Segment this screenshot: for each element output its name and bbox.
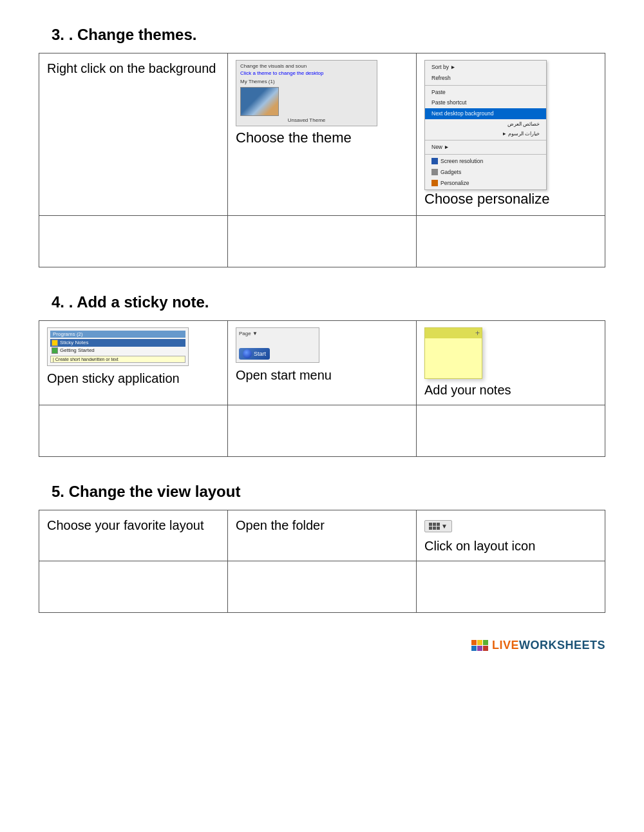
layout-icon-visual: ▼ (424, 520, 452, 532)
cm-divider-2 (425, 140, 546, 140)
cell-start-menu: Page ▼ Start Open start menu (228, 320, 417, 405)
sticky-note-content (425, 338, 482, 343)
layout-dropdown-arrow: ▼ (441, 523, 448, 530)
layout-grid (429, 523, 440, 530)
lc1 (429, 523, 432, 526)
table-row-4: Programs (2) Sticky Notes Getting Starte… (39, 320, 605, 405)
empty-cell-5-2 (228, 561, 417, 612)
cm-gadgets: Gadgets (425, 167, 546, 178)
section-3: 3. . Change themes. Right click on the b… (39, 26, 605, 267)
sticky-notes-label: Sticky Notes (60, 340, 88, 345)
sticky-note-wrapper: + (424, 327, 482, 379)
section-4: 4. . Add a sticky note. Programs (2) Sti… (39, 293, 605, 457)
context-menu-screenshot: Sort by ► Refresh Paste Paste shortcut N… (424, 60, 547, 190)
context-menu-container: Sort by ► Refresh Paste Paste shortcut N… (424, 60, 597, 209)
cm-arabic1: خصائص العرض (425, 119, 546, 129)
footer: LIVEWORKSHEETS (39, 639, 605, 652)
cm-sort: Sort by ► (425, 62, 546, 73)
section-3-title: 3. . Change themes. (52, 26, 605, 44)
cm-divider-3 (425, 154, 546, 155)
cm-screen-res: Screen resolution (425, 156, 546, 167)
choose-personalize-text: Choose personalize (424, 190, 549, 209)
sticky-notes-item: Sticky Notes (50, 339, 185, 347)
empty-row-4 (39, 405, 605, 456)
cm-personalize: Personalize (425, 178, 546, 189)
empty-cell-5-3 (417, 561, 605, 612)
getting-started-item: Getting Started (50, 347, 185, 354)
start-button: Start (239, 348, 270, 360)
open-folder-text: Open the folder (236, 517, 408, 534)
empty-cell-3-3 (417, 215, 605, 267)
logo-squares (471, 640, 488, 651)
add-notes-container: + Add your notes (424, 327, 597, 398)
empty-cell-4-1 (39, 405, 228, 456)
cell-context-menu: Sort by ► Refresh Paste Paste shortcut N… (417, 53, 605, 216)
getting-started-icon (52, 347, 58, 354)
theme-image-container: Change the visuals and soun Click a them… (236, 60, 408, 148)
programs-title: Programs (2) (50, 331, 185, 338)
empty-cell-3-2 (228, 215, 417, 267)
theme-thumb-wrapper: Unsaved Theme (240, 87, 373, 123)
open-start-text: Open start menu (236, 367, 332, 383)
ts-link: Click a theme to change the desktop (240, 70, 373, 76)
cm-divider-1 (425, 85, 546, 86)
lc5 (433, 527, 436, 530)
lc6 (437, 527, 440, 530)
sticky-plus-icon: + (475, 329, 480, 338)
favorite-layout-text: Choose your favorite layout (47, 517, 220, 534)
liveworksheets-logo: LIVEWORKSHEETS (471, 639, 605, 652)
cm-refresh: Refresh (425, 73, 546, 84)
cm-screen-res-icon (431, 158, 438, 164)
ts-title: Change the visuals and soun (240, 63, 373, 69)
lc2 (433, 523, 436, 526)
add-notes-text: Add your notes (424, 382, 511, 398)
section-3-table: Right click on the background Change the… (39, 53, 605, 267)
cell-layout-icon: ▼ Click on layout icon (417, 510, 605, 561)
logo-sq-red (483, 646, 488, 651)
sticky-notes-icon (52, 340, 58, 346)
theme-thumb (240, 87, 279, 116)
section-4-title: 4. . Add a sticky note. (52, 293, 605, 311)
empty-row-5 (39, 561, 605, 612)
cm-arabic2: خيارات الرسوم ► (425, 129, 546, 139)
cell-add-notes: + Add your notes (417, 320, 605, 405)
right-click-text: Right click on the background (47, 60, 220, 77)
table-row-5: Choose your favorite layout Open the fol… (39, 510, 605, 561)
cm-gadgets-icon (431, 169, 438, 175)
cell-open-folder: Open the folder (228, 510, 417, 561)
open-sticky-text: Open sticky application (47, 370, 180, 387)
theme-screenshot: Change the visuals and soun Click a them… (236, 60, 377, 126)
section-5: 5. Change the view layout Choose your fa… (39, 483, 605, 613)
logo-sq-yellow (477, 640, 482, 645)
cm-personalize-icon (431, 180, 438, 186)
logo-sq-blue (471, 646, 477, 651)
lc3 (437, 523, 440, 526)
footer-live: LIVE (492, 639, 519, 652)
lc4 (429, 527, 432, 530)
empty-cell-3-1 (39, 215, 228, 267)
start-label: Start (254, 351, 266, 357)
layout-icon-wrapper: ▼ (424, 517, 452, 532)
logo-sq-purple (477, 646, 482, 651)
logo-sq-green (483, 640, 488, 645)
start-menu-img: Page ▼ Start (236, 327, 319, 363)
click-layout-text: Click on layout icon (424, 537, 535, 554)
empty-cell-4-2 (228, 405, 417, 456)
section-4-table: Programs (2) Sticky Notes Getting Starte… (39, 320, 605, 457)
footer-brand: LIVEWORKSHEETS (492, 639, 605, 652)
cell-favorite-layout: Choose your favorite layout (39, 510, 228, 561)
choose-theme-text: Choose the theme (236, 129, 352, 148)
logo-sq-orange1 (471, 640, 477, 645)
empty-cell-4-3 (417, 405, 605, 456)
empty-row-3 (39, 215, 605, 267)
cell-sticky-app: Programs (2) Sticky Notes Getting Starte… (39, 320, 228, 405)
layout-icon-container: ▼ Click on layout icon (424, 517, 597, 554)
getting-started-label: Getting Started (60, 347, 95, 353)
cm-desktop-bg: Next desktop background (425, 108, 546, 119)
page-label: Page ▼ (239, 331, 258, 336)
footer-rest: WORKSHEETS (519, 639, 605, 652)
cm-paste: Paste (425, 87, 546, 98)
sticky-note-bar: + (425, 328, 482, 338)
programs-box: Programs (2) Sticky Notes Getting Starte… (47, 327, 189, 366)
start-orb (243, 349, 252, 358)
